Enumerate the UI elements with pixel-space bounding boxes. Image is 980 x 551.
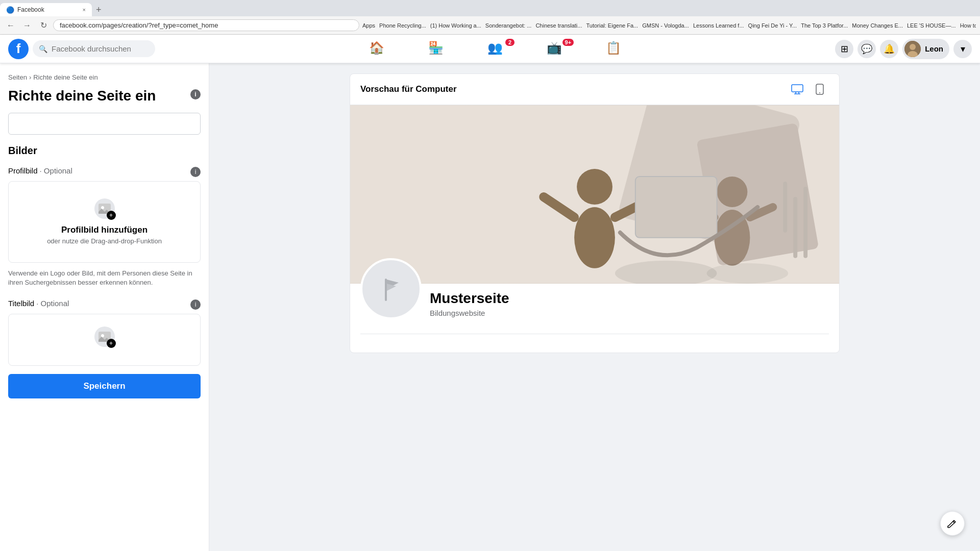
profile-image-description: Verwende ein Logo oder Bild, mit dem Per…: [8, 269, 201, 287]
svg-rect-27: [803, 187, 807, 258]
upload-cover-icon: +: [94, 327, 115, 347]
nav-pages[interactable]: 📋: [585, 37, 642, 61]
apps-grid-button[interactable]: ⊞: [835, 40, 853, 58]
bookmark-4[interactable]: Chinese translati...: [535, 22, 582, 29]
upload-plus-icon: +: [107, 211, 116, 220]
cover-photo-area: [350, 105, 839, 284]
home-icon: 🏠: [369, 41, 384, 55]
breadcrumb-parent[interactable]: Seiten: [8, 73, 27, 81]
mobile-view-button[interactable]: [811, 80, 829, 98]
title-info-icon[interactable]: i: [190, 89, 201, 99]
svg-point-17: [577, 169, 612, 205]
bookmark-6[interactable]: GMSN - Vologda...: [642, 22, 689, 29]
svg-point-21: [717, 177, 748, 207]
bookmark-3[interactable]: Sonderangebot: ...: [485, 22, 532, 29]
breadcrumb-separator: ›: [29, 73, 31, 81]
page-name-preview: Musterseite: [430, 290, 509, 307]
svg-rect-26: [793, 197, 797, 258]
search-bar[interactable]: 🔍: [33, 40, 155, 57]
edit-fab-button[interactable]: [940, 511, 965, 536]
bookmark-apps[interactable]: Apps: [362, 22, 375, 29]
messenger-button[interactable]: 💬: [857, 40, 876, 58]
nav-marketplace[interactable]: 🏪: [407, 37, 464, 61]
groups-icon: 👥: [487, 41, 503, 55]
svg-rect-7: [792, 85, 803, 92]
preview-container: Vorschau für Computer: [350, 73, 840, 353]
profile-divider: [360, 334, 829, 334]
images-section-title: Bilder: [8, 145, 201, 157]
nav-video[interactable]: 📺 9+: [526, 37, 583, 61]
tab-close-button[interactable]: ×: [83, 7, 86, 13]
breadcrumb: Seiten › Richte deine Seite ein: [8, 73, 201, 81]
svg-point-16: [574, 207, 615, 268]
upload-profile-icon: +: [94, 198, 115, 219]
search-input[interactable]: [52, 44, 149, 53]
device-toggle: [788, 80, 829, 98]
bookmark-12[interactable]: How to get more v...: [960, 22, 976, 29]
new-tab-button[interactable]: +: [92, 5, 106, 15]
desktop-view-button[interactable]: [788, 80, 806, 98]
profile-image-field-label: Profilbild · Optional i: [8, 165, 201, 177]
save-button[interactable]: Speichern: [8, 374, 201, 398]
bookmark-11[interactable]: LEE 'S HOUSE—...: [907, 22, 956, 29]
facebook-logo: f: [8, 39, 29, 59]
cover-image-info-icon[interactable]: i: [190, 299, 201, 310]
pages-icon: 📋: [606, 41, 621, 55]
svg-point-29: [707, 263, 789, 284]
svg-point-12: [819, 92, 820, 93]
left-panel: Seiten › Richte deine Seite ein Richte d…: [0, 63, 209, 551]
video-badge: 9+: [562, 39, 574, 46]
cover-image-optional: · Optional: [36, 299, 69, 308]
tab-title: Facebook: [17, 6, 44, 13]
cover-image-field-label: Titelbild · Optional i: [8, 297, 201, 310]
search-icon: 🔍: [39, 45, 47, 53]
bookmark-2[interactable]: (1) How Working a...: [430, 22, 481, 29]
profile-avatar-wrap: [360, 258, 422, 319]
header-right-actions: ⊞ 💬 🔔 Leon ▾: [835, 39, 972, 59]
browser-tab-facebook[interactable]: 🔵 Facebook ×: [0, 3, 92, 16]
svg-rect-25: [783, 182, 787, 233]
profile-avatar: [360, 258, 422, 319]
more-menu-button[interactable]: ▾: [953, 40, 972, 58]
user-account-button[interactable]: Leon: [902, 39, 949, 59]
marketplace-icon: 🏪: [428, 41, 444, 55]
nav-home[interactable]: 🏠: [348, 37, 405, 61]
tab-favicon: 🔵: [6, 6, 14, 14]
profile-image-upload-area[interactable]: + Profilbild hinzufügen oder nutze die D…: [8, 181, 201, 263]
refresh-button[interactable]: ↻: [37, 19, 50, 32]
svg-rect-31: [385, 279, 387, 301]
nav-groups[interactable]: 👥 2: [467, 37, 524, 61]
bookmark-5[interactable]: Tutorial: Eigene Fa...: [586, 22, 638, 29]
bookmark-10[interactable]: Money Changes E...: [852, 22, 903, 29]
upload-profile-title: Profilbild hinzufügen: [61, 225, 148, 235]
url-bar[interactable]: [53, 19, 359, 31]
profile-image-label-text: Profilbild · Optional: [8, 166, 72, 175]
breadcrumb-current: Richte deine Seite ein: [33, 73, 97, 81]
main-layout: Seiten › Richte deine Seite ein Richte d…: [0, 63, 980, 551]
browser-tab-bar: 🔵 Facebook × +: [0, 0, 980, 16]
upload-cover-plus-icon: +: [107, 339, 116, 348]
browser-chrome: 🔵 Facebook × + ← → ↻ Apps Phone Recyclin…: [0, 0, 980, 35]
bookmarks-bar: Apps Phone Recycling... (1) How Working …: [362, 22, 976, 29]
profile-image-info-icon[interactable]: i: [190, 167, 201, 177]
user-avatar: [904, 41, 921, 57]
cover-image-label: Titelbild: [8, 299, 34, 308]
bookmark-9[interactable]: The Top 3 Platfor...: [801, 22, 848, 29]
bookmark-1[interactable]: Phone Recycling...: [379, 22, 426, 29]
svg-point-6: [101, 334, 104, 337]
page-category-preview: Bildungswebsite: [430, 309, 509, 317]
preview-header: Vorschau für Computer: [350, 74, 839, 105]
profile-section: Musterseite Bildungswebsite: [350, 284, 839, 353]
back-button[interactable]: ←: [4, 19, 17, 32]
bookmark-7[interactable]: Lessons Learned f...: [693, 22, 744, 29]
forward-button[interactable]: →: [20, 19, 34, 32]
video-icon: 📺: [547, 41, 562, 55]
cover-image-label-text: Titelbild · Optional: [8, 299, 69, 308]
notifications-button[interactable]: 🔔: [880, 40, 898, 58]
browser-toolbar: ← → ↻ Apps Phone Recycling... (1) How Wo…: [0, 16, 980, 35]
cover-illustration: [350, 105, 839, 284]
cover-image-upload-area[interactable]: +: [8, 314, 201, 366]
svg-rect-24: [635, 177, 717, 238]
bookmark-8[interactable]: Qing Fei De Yi - Y...: [748, 22, 797, 29]
page-name-input[interactable]: [8, 113, 201, 135]
